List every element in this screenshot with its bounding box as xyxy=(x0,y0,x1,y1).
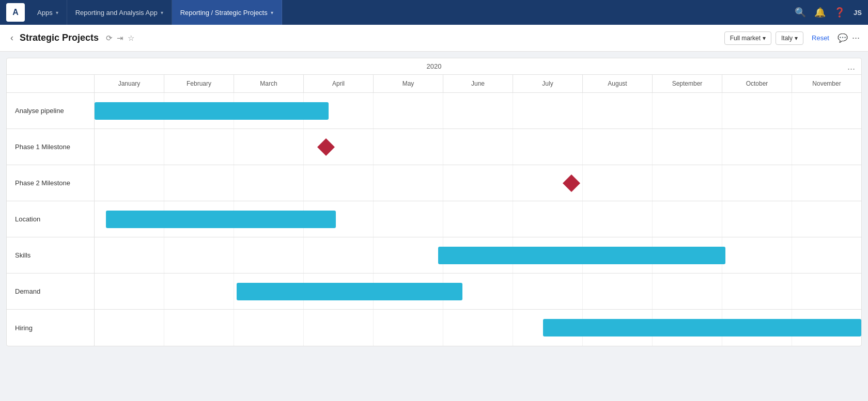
gantt-row-0: Analyse pipeline xyxy=(7,93,861,129)
gantt-rows: Analyse pipelinePhase 1 MilestonePhase 2… xyxy=(7,93,861,346)
month-header-august: August xyxy=(583,75,653,92)
gantt-row-2: Phase 2 Milestone xyxy=(7,165,861,201)
nav-tab-apps[interactable]: Apps ▾ xyxy=(29,0,67,25)
gantt-row-3: Location xyxy=(7,201,861,237)
nav-tab-apps-chevron: ▾ xyxy=(56,10,58,15)
nav-tab-strategic-chevron: ▾ xyxy=(271,10,273,15)
gantt-row-6: Hiring xyxy=(7,310,861,346)
gantt-bar-4 xyxy=(438,247,726,264)
app-logo: A xyxy=(6,3,25,22)
gantt-more-icon[interactable]: ··· xyxy=(847,63,855,74)
search-icon[interactable]: 🔍 xyxy=(795,7,806,18)
nav-right: 🔍 🔔 ❓ JS xyxy=(795,7,862,18)
sub-nav-right: Full market ▾ Italy ▾ Reset 💬 ··· xyxy=(724,31,860,45)
reset-button[interactable]: Reset xyxy=(808,31,833,44)
share-icon[interactable]: ⇥ xyxy=(117,34,123,43)
top-nav: A Apps ▾ Reporting and Analysis App ▾ Re… xyxy=(0,0,868,25)
gantt-chart: ··· 2020 JanuaryFebruaryMarchAprilMayJun… xyxy=(6,58,862,346)
italy-filter[interactable]: Italy ▾ xyxy=(776,31,803,45)
gantt-row-5: Demand xyxy=(7,274,861,310)
row-content-0 xyxy=(95,93,861,129)
italy-label: Italy xyxy=(781,35,793,42)
month-header-february: February xyxy=(164,75,234,92)
gantt-year: 2020 xyxy=(427,62,442,70)
gantt-months-grid: JanuaryFebruaryMarchAprilMayJuneJulyAugu… xyxy=(95,75,861,92)
back-button[interactable]: ‹ xyxy=(8,30,16,45)
nav-tab-reporting-label: Reporting and Analysis App xyxy=(75,9,158,17)
gantt-row-4: Skills xyxy=(7,237,861,274)
row-label-4: Skills xyxy=(7,237,95,273)
month-header-october: October xyxy=(722,75,792,92)
gantt-bar-5 xyxy=(237,283,463,300)
row-label-5: Demand xyxy=(7,274,95,309)
main-content: ··· 2020 JanuaryFebruaryMarchAprilMayJun… xyxy=(0,52,868,352)
nav-tab-apps-label: Apps xyxy=(37,9,53,17)
nav-tab-reporting[interactable]: Reporting and Analysis App ▾ xyxy=(67,0,172,25)
nav-tab-strategic[interactable]: Reporting / Strategic Projects ▾ xyxy=(172,0,282,25)
month-header-july: July xyxy=(513,75,583,92)
month-header-november: November xyxy=(792,75,861,92)
month-header-june: June xyxy=(443,75,513,92)
gantt-bar-0 xyxy=(95,102,329,120)
gantt-row-1: Phase 1 Milestone xyxy=(7,129,861,165)
month-header-march: March xyxy=(234,75,304,92)
month-header-april: April xyxy=(304,75,374,92)
row-content-4 xyxy=(95,237,861,273)
user-avatar[interactable]: JS xyxy=(854,9,862,17)
gantt-label-spacer xyxy=(7,75,95,92)
comment-icon[interactable]: 💬 xyxy=(838,33,848,43)
gantt-month-headers: JanuaryFebruaryMarchAprilMayJuneJulyAugu… xyxy=(7,75,861,93)
row-label-0: Analyse pipeline xyxy=(7,93,95,129)
row-label-6: Hiring xyxy=(7,310,95,346)
bell-icon[interactable]: 🔔 xyxy=(814,7,826,18)
full-market-label: Full market xyxy=(730,35,761,42)
nav-tab-reporting-chevron: ▾ xyxy=(161,10,163,15)
gantt-bar-3 xyxy=(106,211,336,228)
sub-nav: ‹ Strategic Projects ⟳ ⇥ ☆ Full market ▾… xyxy=(0,25,868,52)
more-options-icon[interactable]: ··· xyxy=(852,33,860,43)
gantt-bar-6 xyxy=(543,319,861,336)
nav-tab-strategic-label: Reporting / Strategic Projects xyxy=(180,9,268,17)
row-content-3 xyxy=(95,201,861,237)
row-content-6 xyxy=(95,310,861,346)
help-icon[interactable]: ❓ xyxy=(834,7,845,18)
full-market-chevron: ▾ xyxy=(763,35,766,42)
star-icon[interactable]: ☆ xyxy=(128,34,134,43)
row-content-5 xyxy=(95,274,861,309)
sub-nav-icons: ⟳ ⇥ ☆ xyxy=(106,34,134,43)
gantt-year-header: 2020 xyxy=(7,58,861,75)
row-label-3: Location xyxy=(7,201,95,237)
italy-chevron: ▾ xyxy=(795,35,798,42)
page-title: Strategic Projects xyxy=(20,33,99,43)
month-header-september: September xyxy=(653,75,722,92)
row-label-2: Phase 2 Milestone xyxy=(7,165,95,201)
row-content-1 xyxy=(95,129,861,165)
row-label-1: Phase 1 Milestone xyxy=(7,129,95,165)
month-header-may: May xyxy=(374,75,443,92)
month-header-january: January xyxy=(95,75,164,92)
full-market-filter[interactable]: Full market ▾ xyxy=(724,31,771,45)
refresh-icon[interactable]: ⟳ xyxy=(106,34,113,43)
row-content-2 xyxy=(95,165,861,201)
